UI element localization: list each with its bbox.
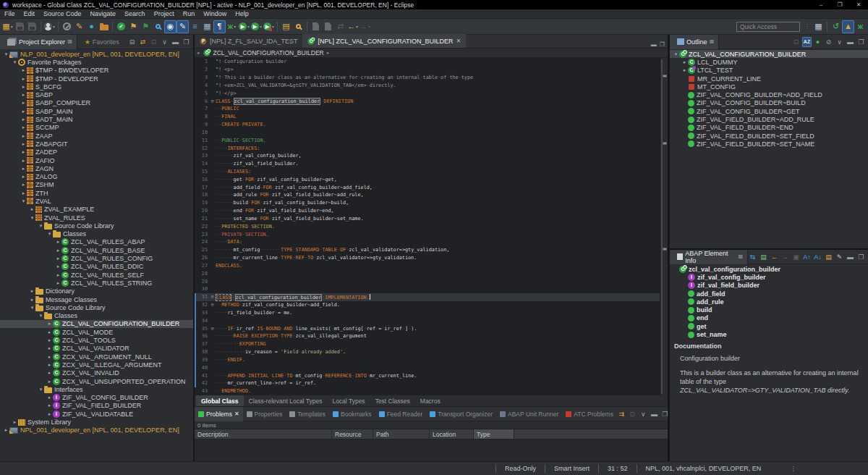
- expand-arrow-icon[interactable]: ▸: [55, 272, 61, 278]
- hide-non-public-members-icon[interactable]: ⊘: [824, 37, 833, 47]
- tree-item-zaap[interactable]: ▸ZAAP: [0, 132, 193, 140]
- page-tab-local-types[interactable]: Local Types: [327, 395, 370, 406]
- minimize-icon[interactable]: ▬: [846, 252, 855, 262]
- maximize-window-button[interactable]: ❐: [830, 0, 849, 9]
- editor-tab-npl-zcl-val-configuration-builder[interactable]: [NPL] ZCL_VAL_CONFIGURATION_BUILDER✕: [302, 34, 466, 48]
- abap-perspective-button[interactable]: ▲: [842, 20, 854, 33]
- menu-help[interactable]: Help: [231, 10, 253, 17]
- expand-arrow-icon[interactable]: ▸: [20, 109, 27, 114]
- expand-arrow-icon[interactable]: ▸: [55, 248, 61, 253]
- view-tab-abap-unit-runner[interactable]: ABAP Unit Runner: [496, 407, 562, 421]
- tree-item-tmp-developer[interactable]: ▸$TMP - DEVELOPER: [0, 75, 193, 83]
- expand-arrow-icon[interactable]: ▸: [20, 92, 27, 98]
- activate-button[interactable]: ✓: [115, 20, 127, 33]
- status-overflow-icon[interactable]: ⋮: [790, 465, 796, 472]
- column-header-type[interactable]: Type: [474, 429, 514, 439]
- tree-item-zcl-val-rules-ddic[interactable]: ▸ZCL_VAL_RULES_DDIC: [0, 263, 193, 271]
- close-view-icon[interactable]: ⊠: [738, 253, 743, 260]
- expand-arrow-icon[interactable]: ▸: [55, 264, 61, 269]
- tree-item-source-code-library[interactable]: ▾Source Code Library: [0, 222, 193, 230]
- new-untitled-file-button[interactable]: [310, 20, 322, 33]
- tree-item-zth[interactable]: ▸ZTH: [0, 189, 193, 197]
- ruler-annotation-marker[interactable]: [663, 248, 667, 251]
- tree-item-zval[interactable]: ▾ZVAL: [0, 197, 193, 205]
- expand-arrow-icon[interactable]: ▸: [46, 362, 53, 368]
- where-used-list-button[interactable]: [152, 20, 164, 33]
- expand-arrow-icon[interactable]: ▸: [20, 76, 27, 82]
- expand-arrow-icon[interactable]: ▸: [681, 67, 688, 73]
- outline-item-zcl-val-configuration-builder[interactable]: ▾ZCL_VAL_CONFIGURATION_BUILDER: [670, 50, 868, 58]
- tree-item-zshm[interactable]: ▸ZSHM: [0, 181, 193, 189]
- data-preview-button[interactable]: ▦: [201, 20, 213, 33]
- open-development-object-button[interactable]: [98, 20, 110, 33]
- tree-item-sccmp[interactable]: ▸SCCMP: [0, 124, 193, 132]
- open-perspective-button[interactable]: ▦: [812, 20, 825, 33]
- tree-item-sabp-compiler[interactable]: ▸SABP_COMPILER: [0, 99, 193, 107]
- mass-activation-button[interactable]: ⚑: [140, 20, 152, 33]
- edit-object-button[interactable]: ✎: [73, 20, 85, 33]
- tree-item-dictionary[interactable]: ▸Dictionary: [0, 287, 193, 295]
- expand-arrow-icon[interactable]: ▸: [12, 419, 18, 425]
- fold-marker-icon[interactable]: ⊖: [209, 326, 216, 332]
- view-tab-problems[interactable]: Problems✕: [195, 407, 243, 421]
- column-header-resource[interactable]: Resource: [332, 429, 373, 439]
- toolbar-overflow-icon[interactable]: ⋮: [804, 23, 811, 30]
- minimize-icon[interactable]: ▬: [650, 409, 659, 419]
- forward-button[interactable]: →▾: [359, 20, 371, 33]
- tree-item-zabapgit[interactable]: ▸ZABAPGIT: [0, 140, 193, 148]
- open-new-info-view-icon[interactable]: ▤: [759, 252, 768, 262]
- profile-button[interactable]: ▶▾: [250, 20, 263, 33]
- outline-item-ltcl-test[interactable]: ▸LTCL_TEST: [670, 67, 868, 75]
- tree-item-s-bcfg[interactable]: ▸S_BCFG: [0, 83, 193, 91]
- dropdown-arrow-icon[interactable]: ▾: [272, 24, 274, 29]
- collapse-arrow-icon[interactable]: ▾: [29, 215, 35, 221]
- print-icon[interactable]: ▣: [791, 252, 801, 262]
- minimize-window-button[interactable]: –: [812, 0, 830, 9]
- close-window-button[interactable]: ✕: [849, 0, 868, 9]
- debug-button[interactable]: ж▾: [226, 20, 238, 33]
- tree-item-favorite-packages[interactable]: ▾Favorite Packages: [0, 58, 193, 66]
- tree-item-sadt-main[interactable]: ▸SADT_MAIN: [0, 115, 193, 123]
- breadcrumb-label[interactable]: ZCL_VAL_CONFIGURATION_BUILDER: [213, 49, 324, 56]
- tree-item-source-code-library[interactable]: ▾Source Code Library: [0, 303, 193, 311]
- new-abap-element-icon[interactable]: ▤: [824, 252, 833, 262]
- tree-item-zif-val-validatable[interactable]: ▸ZIF_VAL_VALIDATABLE: [0, 410, 193, 418]
- dropdown-arrow-icon[interactable]: ▾: [356, 24, 358, 29]
- tree-item-classes[interactable]: ▾Classes: [0, 230, 193, 238]
- expand-arrow-icon[interactable]: ▸: [20, 84, 27, 90]
- expand-arrow-icon[interactable]: ▸: [55, 239, 61, 245]
- fold-marker-icon[interactable]: ⊖: [209, 98, 216, 104]
- show-annotations-icon[interactable]: ●: [813, 37, 822, 47]
- element-info-item-build[interactable]: build: [670, 306, 868, 314]
- tree-item-zcx-val-illegal-argument[interactable]: ▸ZCX_VAL_ILLEGAL_ARGUMENT: [0, 361, 193, 369]
- expand-arrow-icon[interactable]: ▸: [46, 379, 53, 384]
- tree-item-zif-val-field-builder[interactable]: ▸ZIF_VAL_FIELD_BUILDER: [0, 402, 193, 410]
- ruler-annotation-marker[interactable]: [663, 142, 667, 145]
- view-tab-properties[interactable]: Properties: [243, 407, 286, 421]
- expand-arrow-icon[interactable]: ▸: [20, 182, 27, 188]
- element-info-item-add-rule[interactable]: add_rule: [670, 298, 868, 306]
- save-button[interactable]: [14, 20, 26, 33]
- tree-item-zcl-val-rules-base[interactable]: ▸ZCL_VAL_RULES_BASE: [0, 246, 193, 254]
- close-view-icon[interactable]: ⊠: [67, 38, 72, 45]
- menu-window[interactable]: Window: [199, 10, 231, 17]
- element-info-item-add-field[interactable]: add_field: [670, 290, 868, 298]
- attach-debugger-button[interactable]: ●: [85, 20, 98, 33]
- deactivate-button[interactable]: [61, 20, 73, 33]
- tree-item-message-classes[interactable]: ▸Message Classes: [0, 295, 193, 303]
- expand-arrow-icon[interactable]: ▸: [29, 297, 35, 303]
- focus-icon[interactable]: ⊡: [791, 37, 801, 47]
- element-info-item-zif-val-field-builder[interactable]: zif_val_field_builder: [670, 282, 868, 290]
- outline-item-mt-config[interactable]: MT_CONFIG: [670, 83, 868, 91]
- expand-arrow-icon[interactable]: ▸: [46, 329, 53, 335]
- outline-item-zif-val-config-builder-get[interactable]: ZIF_VAL_CONFIG_BUILDER~GET: [670, 107, 868, 115]
- outline-item-zif-val-config-builder-add-field[interactable]: ZIF_VAL_CONFIG_BUILDER~ADD_FIELD: [670, 91, 868, 98]
- minimize-icon[interactable]: ▬: [171, 37, 180, 47]
- decrease-font-icon[interactable]: A↓: [813, 252, 822, 262]
- runtime-perspective-button[interactable]: ↺: [830, 20, 842, 33]
- expand-arrow-icon[interactable]: ▸: [20, 117, 27, 122]
- tree-item-sabp-main[interactable]: ▸SABP_MAIN: [0, 107, 193, 115]
- tree-item-zcl-val-rules-string[interactable]: ▸ZCL_VAL_RULES_STRING: [0, 279, 193, 287]
- dropdown-arrow-icon[interactable]: ▾: [368, 24, 370, 29]
- outline-item-mr-current-line[interactable]: MR_CURRENT_LINE: [670, 75, 868, 83]
